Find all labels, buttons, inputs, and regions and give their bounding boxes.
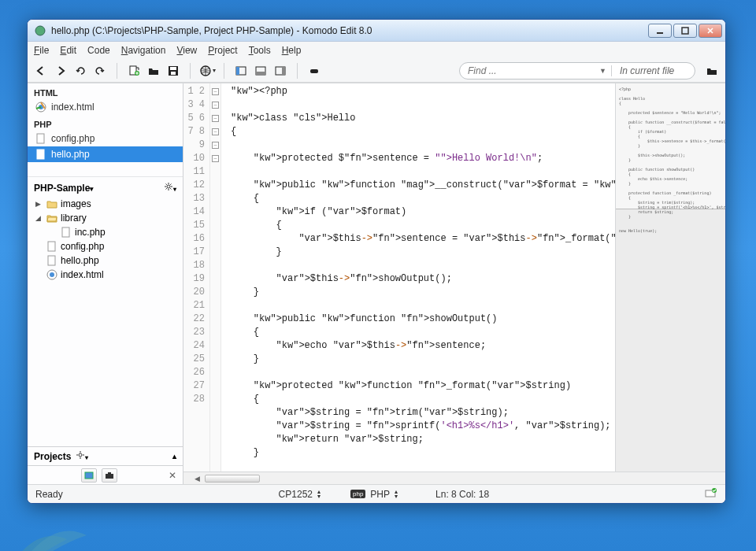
menu-view[interactable]: View: [176, 45, 197, 56]
svg-rect-2: [682, 28, 688, 34]
tree-label: config.php: [61, 241, 104, 252]
menu-edit[interactable]: Edit: [60, 45, 76, 56]
app-icon: [34, 24, 46, 37]
open-file-label: index.html: [51, 102, 94, 113]
menu-file[interactable]: File: [34, 45, 49, 56]
window-title: hello.php (C:\Projects\PHP-Sample, Proje…: [51, 25, 648, 36]
find-input[interactable]: [460, 65, 595, 76]
scrollbar-thumb[interactable]: [205, 475, 260, 483]
open-button[interactable]: [145, 62, 162, 80]
document-icon: [61, 227, 72, 238]
project-tree: ▶ images ◢ library inc.php config.php: [28, 195, 183, 446]
toggle-left-pane-button[interactable]: [232, 62, 250, 80]
tree-file-hello-php[interactable]: hello.php: [32, 253, 180, 268]
tree-label: hello.php: [61, 255, 99, 266]
collapse-icon[interactable]: ▴: [172, 452, 176, 460]
folder-icon: [46, 198, 57, 209]
disclosure-down-icon[interactable]: ◢: [35, 214, 43, 222]
svg-rect-15: [310, 69, 318, 73]
save-button[interactable]: [165, 62, 182, 80]
open-file-config-php[interactable]: config.php: [28, 131, 183, 146]
close-panel-icon[interactable]: ✕: [169, 470, 176, 481]
find-box: ▼ In current file: [459, 62, 695, 80]
toolbox-tab-button[interactable]: [102, 468, 117, 483]
editor-area: 1 2 3 4 5 6 7 8 9 10 11 12 13 14 15 16 1…: [183, 83, 725, 471]
document-icon: [46, 255, 57, 266]
back-button[interactable]: [32, 62, 50, 80]
chrome-icon: [46, 269, 57, 280]
tree-folder-library[interactable]: ◢ library: [32, 211, 180, 225]
svg-rect-27: [85, 472, 93, 479]
svg-rect-7: [171, 72, 176, 75]
menu-navigation[interactable]: Navigation: [121, 45, 166, 56]
svg-rect-21: [62, 227, 69, 237]
redo-button[interactable]: [91, 62, 109, 80]
find-dropdown-icon[interactable]: ▼: [595, 67, 611, 75]
titlebar[interactable]: hello.php (C:\Projects\PHP-Sample, Proje…: [28, 20, 725, 42]
open-files-group-html: HTML: [28, 83, 183, 99]
undo-button[interactable]: [72, 62, 89, 80]
code-editor[interactable]: "kw"><?php "kw">class "cls">Hello{ "kw">…: [221, 83, 615, 471]
places-tab-button[interactable]: [81, 468, 97, 483]
svg-rect-19: [37, 150, 44, 159]
encoding-updown-icon[interactable]: ▴▾: [317, 490, 321, 499]
new-file-button[interactable]: [125, 62, 143, 80]
tree-label: index.html: [61, 269, 104, 280]
language-updown-icon[interactable]: ▴▾: [395, 490, 398, 499]
maximize-button[interactable]: [673, 24, 697, 38]
tree-file-config-php[interactable]: config.php: [32, 239, 180, 253]
svg-rect-14: [282, 67, 285, 75]
browser-preview-button[interactable]: ▾: [198, 62, 216, 80]
minimap-content: <?php class Hello { protected $sentence …: [619, 87, 722, 233]
svg-point-0: [35, 26, 45, 35]
menu-project[interactable]: Project: [208, 45, 237, 56]
forward-button[interactable]: [52, 62, 69, 80]
status-encoding[interactable]: CP1252: [279, 489, 313, 500]
scroll-left-icon[interactable]: ◀: [195, 475, 200, 483]
open-files-button[interactable]: [703, 62, 721, 80]
open-file-index-html[interactable]: index.html: [28, 99, 183, 115]
horizontal-scrollbar[interactable]: ◀: [183, 471, 725, 484]
toggle-right-pane-button[interactable]: [272, 62, 289, 80]
toggle-focus-mode-button[interactable]: [306, 62, 323, 80]
svg-rect-29: [108, 472, 111, 475]
gear-icon[interactable]: ▾: [164, 182, 176, 194]
app-window: hello.php (C:\Projects\PHP-Sample, Proje…: [27, 19, 726, 504]
close-button[interactable]: [699, 24, 722, 38]
tree-label: images: [61, 198, 91, 209]
content-area: HTML index.html PHP config.php hello.php…: [28, 83, 725, 484]
svg-rect-12: [256, 72, 265, 75]
projects-strip-label[interactable]: Projects: [34, 451, 71, 462]
status-language[interactable]: PHP: [370, 489, 390, 500]
line-number-gutter[interactable]: 1 2 3 4 5 6 7 8 9 10 11 12 13 14 15 16 1…: [183, 83, 210, 471]
toggle-bottom-pane-button[interactable]: [252, 62, 269, 80]
find-scope-label[interactable]: In current file: [612, 65, 695, 76]
svg-rect-22: [48, 242, 55, 251]
status-ready: Ready: [35, 489, 63, 500]
menu-help[interactable]: Help: [282, 45, 302, 56]
tree-label: library: [61, 213, 87, 224]
sync-icon[interactable]: [705, 487, 717, 501]
gear-icon[interactable]: ▾: [76, 450, 88, 462]
open-file-label: config.php: [51, 133, 94, 144]
projects-strip: Projects ▾ ▴: [28, 446, 183, 465]
tree-file-inc-php[interactable]: inc.php: [32, 225, 180, 239]
status-cursor-position[interactable]: Ln: 8 Col: 18: [435, 489, 489, 500]
svg-rect-18: [37, 134, 44, 143]
minimize-button[interactable]: [648, 24, 672, 38]
svg-rect-6: [170, 67, 176, 70]
minimap[interactable]: <?php class Hello { protected $sentence …: [615, 83, 725, 471]
document-icon: [46, 241, 57, 252]
disclosure-right-icon[interactable]: ▶: [35, 200, 43, 208]
project-name[interactable]: PHP-Sample: [34, 183, 90, 194]
open-file-hello-php[interactable]: hello.php: [28, 146, 183, 162]
tree-folder-images[interactable]: ▶ images: [32, 197, 180, 211]
menu-tools[interactable]: Tools: [249, 45, 271, 56]
code-fold-column[interactable]: − − − − − −: [210, 83, 221, 471]
tree-file-index-html[interactable]: index.html: [32, 268, 180, 282]
sidebar-bottom-strip: ✕: [28, 465, 183, 484]
svg-point-26: [79, 453, 82, 457]
folder-open-icon: [46, 213, 57, 224]
svg-rect-1: [657, 32, 663, 34]
menu-code[interactable]: Code: [87, 45, 110, 56]
